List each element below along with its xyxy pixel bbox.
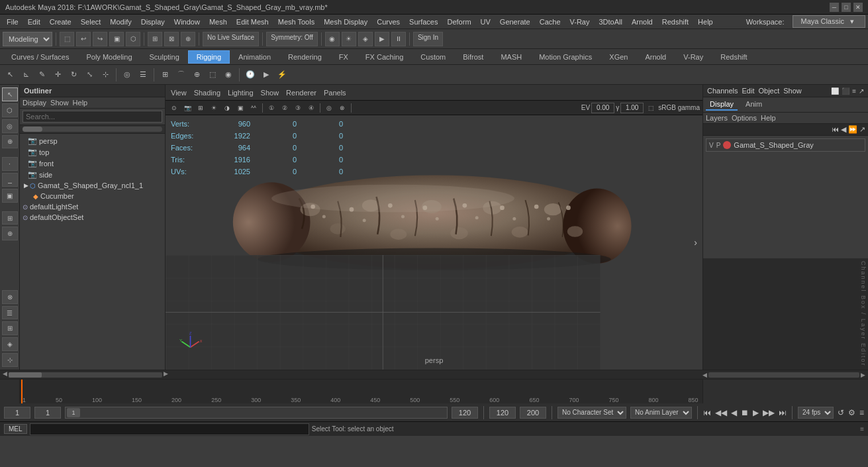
panel-icon-3[interactable]: ≡ [852,87,856,95]
vp-mode-4[interactable]: ④ [305,102,317,114]
bottom-tool-5[interactable]: ⊹ [2,353,18,367]
menu-mesh-display[interactable]: Mesh Display [320,17,371,27]
tb-icon-cam[interactable]: ◉ [325,32,340,46]
show-manip-tool[interactable]: ☰ [136,68,150,82]
right-scroll-right[interactable]: ▶ [861,372,865,378]
pb-stop[interactable]: ⏹ [741,408,749,417]
mel-icon[interactable]: ≡ [860,425,864,433]
tab-anim[interactable]: Anim [742,99,766,111]
face-mode[interactable]: ▣ [2,189,18,203]
outliner-scrollbar[interactable]: ◀ ▶ ◀ ▶ [0,370,868,379]
pb-jump-start[interactable]: ⏮ [703,408,711,417]
pb-jump-end[interactable]: ⏭ [779,408,787,417]
show-label[interactable]: Show [783,87,802,95]
search-input[interactable] [23,111,162,123]
vp-grid-icon[interactable]: ⊞ [195,102,207,114]
character-set-dropdown[interactable]: No Character Set [557,407,626,419]
workspace-dropdown[interactable]: Maya Classic ▾ [793,15,865,28]
tab-arnold[interactable]: Arnold [636,50,675,64]
sign-in-btn[interactable]: Sign In [413,32,443,46]
vp-menu-lighting[interactable]: Lighting [225,89,256,97]
anim-layer-dropdown[interactable]: No Anim Layer [630,407,692,419]
current-frame-input[interactable] [34,407,61,419]
soft-mod-tool[interactable]: ◎ [120,68,134,82]
gamma-input[interactable] [620,103,644,113]
tab-animation[interactable]: Animation [230,50,279,64]
maximize-button[interactable]: □ [842,3,851,12]
tree-item-persp[interactable]: 📷 persp [20,135,165,146]
menu-display[interactable]: Display [137,17,169,27]
tree-item-cucumber[interactable]: ◆ Cucumber [20,191,165,201]
menu-select[interactable]: Select [77,17,105,27]
vp-camera-icon[interactable]: 📷 [181,102,193,114]
select-tool[interactable]: ↖ [3,68,17,82]
menu-3dtoall[interactable]: 3DtoAll [595,17,626,27]
panel-icon-1[interactable]: ⬜ [831,87,839,95]
panel-icon-2[interactable]: ⬛ [842,87,849,95]
menu-edit[interactable]: Edit [24,17,44,27]
menu-vray[interactable]: V-Ray [566,17,594,27]
vp-aa-icon[interactable]: ᴬᴬ [248,102,260,114]
tree-item-top[interactable]: 📷 top [20,146,165,158]
universal-tool[interactable]: ⊹ [98,68,113,82]
paint-tool[interactable]: ⬡ [2,103,18,117]
vp-menu-show[interactable]: Show [258,89,282,97]
scroll-right-btn[interactable]: ▶ [164,370,168,380]
tab-xgen[interactable]: XGen [601,50,636,64]
vp-shade-icon[interactable]: ◑ [221,102,233,114]
edit-label[interactable]: Edit [742,87,754,95]
tree-item-gamat[interactable]: ▶ ⬡ Gamat_S_Shaped_Gray_ncl1_1 [20,180,165,191]
rp-icon-2[interactable]: ◀ [841,125,846,134]
object-label[interactable]: Object [758,87,779,95]
start-frame-input[interactable] [4,407,30,419]
range-end-input[interactable] [520,407,546,419]
mel-label[interactable]: MEL [4,424,27,434]
tab-custom[interactable]: Custom [412,50,454,64]
end-frame-input[interactable] [452,407,478,419]
tb-icon-render[interactable]: ▶ [375,32,389,46]
snap-icon3[interactable]: ⊕ [181,32,195,46]
vp-menu-renderer[interactable]: Renderer [283,89,319,97]
lasso-tool[interactable]: ⊾ [19,68,33,82]
scroll-thumb[interactable] [9,372,42,378]
window-controls[interactable]: ─ □ ✕ [830,3,863,12]
scroll-right-button[interactable]: › [694,237,697,248]
tab-motion-graphics[interactable]: Motion Graphics [530,50,601,64]
menu-cache[interactable]: Cache [536,17,565,27]
snap-view-plane[interactable]: ⬚ [205,68,220,82]
snap-point[interactable]: ⊕ [189,68,204,82]
right-scroll-track[interactable] [708,372,859,378]
tree-item-objectset[interactable]: ⊙ defaultObjectSet [20,212,165,223]
pivot-tool[interactable]: ⊞ [2,211,18,225]
tool-icon-2[interactable]: ↩ [76,32,91,46]
tab-poly-modeling[interactable]: Poly Modeling [77,50,140,64]
pb-prev-frame[interactable]: ◀◀ [715,408,727,417]
pb-icon-2[interactable]: ⚙ [848,408,855,417]
symmetry-btn[interactable]: Symmetry: Off [266,32,318,46]
vp-light-icon[interactable]: ☀ [208,102,220,114]
tool-icon-3[interactable]: ↪ [93,32,107,46]
vp-stereo-icon[interactable]: ⊗ [336,102,348,114]
bottom-tool-2[interactable]: ☰ [2,306,18,320]
paint-select-tool[interactable]: ✎ [34,68,49,82]
vp-isolate-icon[interactable]: ◎ [323,102,335,114]
panel-icon-4[interactable]: ↗ [859,87,864,95]
scroll-left-btn[interactable]: ◀ [3,370,7,380]
history-icon[interactable]: 🕐 [243,68,258,82]
exposure-input[interactable] [591,103,614,113]
snap-grid[interactable]: ⊞ [158,68,172,82]
right-scroll-left[interactable]: ◀ [702,372,707,378]
layers-item[interactable]: Layers [706,114,728,122]
pb-next-frame[interactable]: ▶▶ [763,408,775,417]
tree-item-lightset[interactable]: ⊙ defaultLightSet [20,201,165,212]
vp-menu-panels[interactable]: Panels [321,89,349,97]
menu-arnold[interactable]: Arnold [628,17,657,27]
menu-create[interactable]: Create [46,17,75,27]
vertex-mode[interactable]: · [2,157,18,171]
tab-bifrost[interactable]: Bifrost [454,50,492,64]
color-space-icon[interactable]: ⬚ [645,102,657,114]
snap-live[interactable]: ◉ [221,68,236,82]
pb-play-fwd[interactable]: ▶ [753,408,759,417]
tree-item-front[interactable]: 📷 front [20,158,165,169]
menu-file[interactable]: File [3,17,23,27]
